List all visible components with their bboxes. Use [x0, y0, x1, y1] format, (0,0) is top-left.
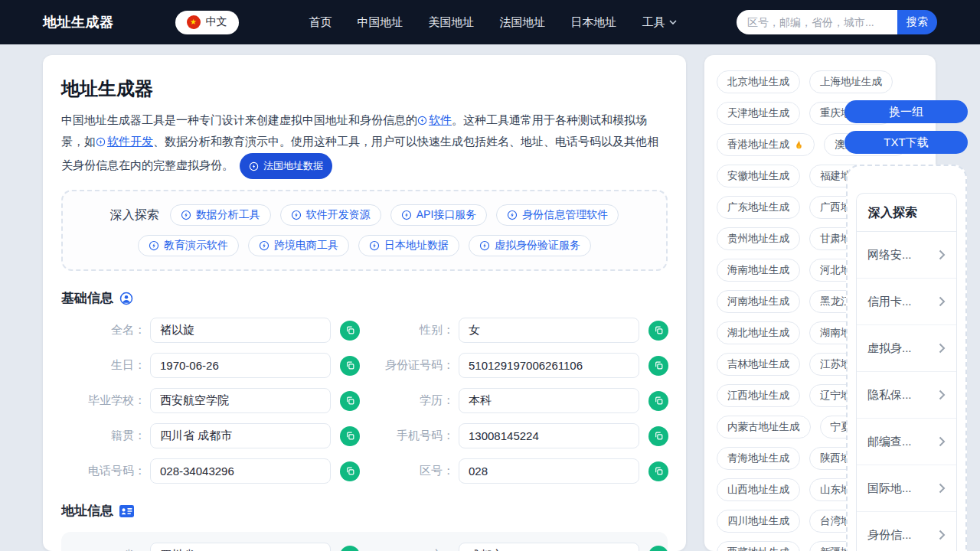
nav-item-japan-address[interactable]: 日本地址 — [571, 15, 617, 30]
explore-menu-item[interactable]: 隐私保... — [857, 372, 956, 419]
copy-icon — [345, 396, 355, 406]
sidebar-pill[interactable]: 海南地址生成 — [717, 259, 800, 282]
sidebar-pill[interactable]: 上海地址生成 — [809, 70, 893, 93]
basic-info-heading: 基础信息 — [61, 289, 668, 307]
explore-menu-item[interactable]: 信用卡... — [857, 279, 956, 325]
sidebar-pill-label: 内蒙古地址生成 — [727, 420, 800, 434]
copy-button[interactable] — [648, 546, 668, 551]
copy-button[interactable] — [648, 426, 668, 446]
language-switcher[interactable]: ★ 中文 — [175, 11, 239, 34]
copy-button[interactable] — [648, 461, 668, 481]
chevron-right-icon — [939, 530, 946, 540]
sidebar-pill[interactable]: 河南地址生成 — [717, 290, 800, 313]
explore-menu-item[interactable]: 网络安... — [857, 232, 956, 279]
field-input[interactable] — [150, 543, 331, 551]
explore-menu-title: 深入探索 — [857, 194, 956, 232]
copy-button[interactable] — [340, 391, 360, 411]
sidebar-pill[interactable]: 天津地址生成 — [717, 102, 800, 125]
field-input[interactable] — [150, 318, 331, 343]
nav-item-france-address[interactable]: 法国地址 — [500, 15, 546, 30]
form-field: 手机号码 — [370, 423, 668, 448]
software-link[interactable]: 软件 — [429, 113, 452, 126]
field-input[interactable] — [459, 388, 639, 413]
person-icon — [119, 292, 133, 305]
field-input[interactable] — [459, 353, 639, 378]
explore-pill[interactable]: API接口服务 — [390, 204, 488, 226]
bolt-circle-icon — [181, 210, 191, 220]
sidebar-pill-label: 广东地址生成 — [727, 201, 789, 214]
copy-icon — [654, 396, 664, 406]
site-logo[interactable]: 地址生成器 — [43, 13, 114, 31]
page-title: 地址生成器 — [61, 77, 668, 101]
sidebar-pill[interactable]: 青海地址生成 — [717, 447, 800, 470]
regenerate-button[interactable]: 换一组 — [844, 100, 968, 123]
copy-button[interactable] — [340, 546, 360, 551]
explore-pill[interactable]: 软件开发资源 — [280, 204, 381, 226]
form-field: 生日 — [61, 353, 360, 378]
sidebar-pill[interactable]: 四川地址生成 — [717, 510, 800, 533]
form-field: 电话号码 — [61, 458, 360, 484]
explore-pill[interactable]: 虚拟身份验证服务 — [469, 235, 591, 256]
explore-menu-item[interactable]: 虚拟身... — [857, 325, 956, 372]
field-input[interactable] — [459, 543, 639, 551]
explore-pill[interactable]: 日本地址数据 — [358, 235, 459, 256]
explore-pill-label: 数据分析工具 — [196, 208, 260, 222]
explore-menu-item[interactable]: 邮编查... — [857, 419, 956, 465]
form-field: 省 — [61, 543, 360, 551]
intro-paragraph: 中国地址生成器工具是一种专门设计来创建虚拟中国地址和身份信息的软件。这种工具通常… — [61, 110, 668, 179]
field-input[interactable] — [150, 353, 331, 378]
field-input[interactable] — [459, 318, 639, 343]
nav-item-china-address[interactable]: 中国地址 — [358, 15, 403, 30]
copy-button[interactable] — [340, 461, 360, 481]
id-card-icon — [119, 505, 134, 517]
sidebar-pill[interactable]: 西藏地址生成 — [717, 541, 800, 551]
copy-icon — [345, 360, 355, 370]
nav-item-us-address[interactable]: 美国地址 — [429, 15, 475, 30]
sidebar-pill[interactable]: 吉林地址生成 — [717, 353, 800, 376]
field-input[interactable] — [150, 388, 331, 413]
copy-icon — [654, 360, 664, 370]
sidebar-pill[interactable]: 山西地址生成 — [717, 478, 800, 501]
copy-button[interactable] — [648, 391, 668, 411]
explore-pill[interactable]: 身份信息管理软件 — [496, 204, 619, 226]
sidebar-pill-label: 山西地址生成 — [727, 483, 789, 497]
explore-menu-item[interactable]: 国际地... — [857, 465, 956, 512]
basic-info-title: 基础信息 — [61, 289, 113, 307]
copy-button[interactable] — [340, 426, 360, 446]
field-input[interactable] — [459, 458, 639, 484]
explore-pill[interactable]: 教育演示软件 — [138, 235, 239, 256]
chevron-right-icon — [939, 249, 946, 260]
copy-button[interactable] — [340, 356, 360, 376]
field-input[interactable] — [150, 423, 331, 448]
explore-pill[interactable]: 跨境电商工具 — [248, 235, 349, 256]
explore-pill[interactable]: 数据分析工具 — [170, 204, 271, 226]
field-input[interactable] — [459, 423, 639, 448]
sidebar-pill[interactable]: 江西地址生成 — [717, 384, 800, 407]
sidebar-pill[interactable]: 北京地址生成 — [717, 70, 800, 93]
copy-icon — [345, 466, 355, 476]
nav-item-home[interactable]: 首页 — [309, 15, 332, 30]
sidebar-pill[interactable]: 安徽地址生成 — [717, 165, 800, 187]
form-field: 市 — [370, 543, 668, 551]
china-flag-icon: ★ — [187, 15, 201, 29]
menu-item-label: 信用卡... — [867, 295, 912, 309]
search-button[interactable]: 搜索 — [897, 10, 937, 34]
sidebar-pill[interactable]: 香港地址生成 — [717, 133, 815, 156]
copy-button[interactable] — [648, 356, 668, 376]
nav-links: 首页 中国地址 美国地址 法国地址 日本地址 工具 — [309, 15, 677, 30]
copy-button[interactable] — [648, 321, 668, 341]
nav-item-tools[interactable]: 工具 — [642, 15, 677, 30]
field-input[interactable] — [150, 458, 331, 484]
address-info-title: 地址信息 — [61, 502, 113, 520]
france-address-data-badge[interactable]: 法国地址数据 — [240, 153, 332, 179]
software-dev-link[interactable]: 软件开发 — [107, 135, 153, 148]
copy-button[interactable] — [340, 321, 360, 341]
txt-download-button[interactable]: TXT下载 — [844, 131, 968, 154]
search-input[interactable] — [737, 10, 897, 34]
sidebar-pill[interactable]: 广东地址生成 — [717, 196, 800, 219]
sidebar-pill[interactable]: 内蒙古地址生成 — [717, 416, 811, 439]
sidebar-pill[interactable]: 湖北地址生成 — [717, 321, 800, 344]
explore-menu-item[interactable]: 身份信... — [857, 512, 956, 551]
menu-item-label: 隐私保... — [867, 388, 912, 403]
sidebar-pill[interactable]: 贵州地址生成 — [717, 227, 800, 250]
